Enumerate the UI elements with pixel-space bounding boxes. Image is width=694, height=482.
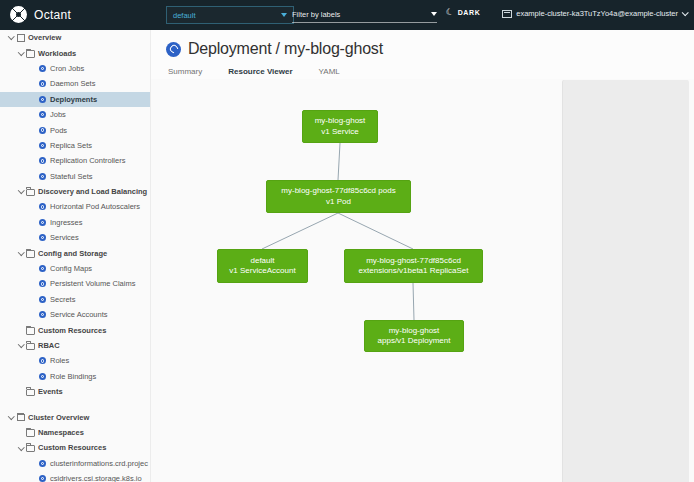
graph-node-service[interactable]: my-blog-ghostv1 Service — [302, 110, 378, 143]
resource-icon — [39, 296, 46, 303]
resource-icon — [38, 65, 47, 72]
layers-icon — [16, 34, 25, 42]
brand: Octant — [10, 6, 71, 23]
sidebar-item-label: Secrets — [50, 295, 75, 304]
sidebar-item-config-and-storage[interactable]: Config and Storage — [0, 245, 150, 260]
sidebar-item-label: Overview — [28, 33, 61, 42]
chevron-down-icon[interactable] — [16, 52, 26, 55]
sidebar-item-label: Cron Jobs — [50, 64, 84, 73]
sidebar-item-replica-sets[interactable]: Replica Sets — [0, 138, 150, 153]
sidebar-item-persistent-volume-claims[interactable]: Persistent Volume Claims — [0, 276, 150, 291]
sidebar-item-daemon-sets[interactable]: Daemon Sets — [0, 76, 150, 91]
sidebar-item-label: Custom Resources — [38, 443, 106, 452]
label-filter — [292, 6, 437, 23]
node-kind: v1 ServiceAccount — [229, 266, 295, 276]
chevron-down-icon[interactable] — [16, 447, 26, 450]
resource-icon — [38, 203, 47, 210]
resource-icon — [38, 157, 47, 164]
sidebar-item-label: csidrivers.csi.storage.k8s.io — [50, 474, 142, 482]
sidebar-item-label: Namespaces — [38, 428, 84, 437]
sidebar-item-workloads[interactable]: Workloads — [0, 45, 150, 60]
folder-icon — [26, 343, 35, 351]
chevron-down-icon[interactable] — [6, 36, 16, 39]
folder-icon — [26, 249, 35, 258]
sidebar-item-csidrivers-csi-storage-k8s-io[interactable]: csidrivers.csi.storage.k8s.io — [0, 471, 150, 482]
cluster-context-selector[interactable]: example-cluster-ka3TuTzYo4a@example-clus… — [502, 9, 687, 18]
sidebar-item-overview[interactable]: Overview — [0, 30, 150, 45]
folder-icon — [26, 189, 35, 197]
sidebar-item-services[interactable]: Services — [0, 230, 150, 245]
label-filter-input[interactable] — [292, 10, 427, 19]
dark-toggle-label: DARK — [458, 9, 481, 16]
sidebar-item-label: Roles — [50, 356, 69, 365]
sidebar-item-label: Pods — [50, 126, 67, 135]
sidebar-item-label: Jobs — [50, 110, 66, 119]
resource-icon — [39, 460, 46, 467]
page-title: Deployment / my-blog-ghost — [188, 40, 383, 58]
chevron-down-icon[interactable] — [16, 190, 26, 193]
resource-icon — [39, 311, 46, 318]
sidebar-item-horizontal-pod-autoscalers[interactable]: Horizontal Pod Autoscalers — [0, 199, 150, 214]
page-header: Deployment / my-blog-ghost — [151, 30, 694, 58]
sidebar-item-custom-resources[interactable]: Custom Resources — [0, 322, 150, 337]
resource-icon — [38, 311, 47, 318]
resource-icon — [38, 173, 47, 180]
sidebar-item-ingresses[interactable]: Ingresses — [0, 215, 150, 230]
resource-icon — [39, 475, 46, 482]
sidebar-item-stateful-sets[interactable]: Stateful Sets — [0, 169, 150, 184]
sidebar-item-label: Services — [50, 233, 79, 242]
cluster-icon — [502, 10, 512, 18]
sidebar-item-discovery-and-load-balancing[interactable]: Discovery and Load Balancing — [0, 184, 150, 199]
chevron-down-icon[interactable] — [16, 252, 26, 255]
sidebar-item-service-accounts[interactable]: Service Accounts — [0, 307, 150, 322]
sidebar-item-custom-resources[interactable]: Custom Resources — [0, 440, 150, 455]
resource-icon — [38, 96, 47, 103]
folder-icon — [26, 443, 35, 452]
graph-node-serviceaccount[interactable]: defaultv1 ServiceAccount — [217, 249, 308, 283]
folder-icon — [26, 326, 35, 335]
graph-edge — [338, 213, 413, 249]
resource-icon — [39, 357, 46, 364]
graph-edge — [262, 213, 338, 249]
sidebar-item-label: Horizontal Pod Autoscalers — [50, 202, 140, 211]
sidebar-item-deployments[interactable]: Deployments — [0, 92, 150, 107]
resource-icon — [38, 373, 47, 380]
resource-icon — [38, 127, 47, 134]
chevron-down-icon — [682, 9, 689, 16]
sidebar-item-namespaces[interactable]: Namespaces — [0, 425, 150, 440]
sidebar-item-cluster-overview[interactable]: Cluster Overview — [0, 409, 150, 424]
sidebar-item-events[interactable]: Events — [0, 384, 150, 399]
folder-icon — [26, 389, 35, 397]
sidebar-item-label: Stateful Sets — [50, 172, 93, 181]
dark-theme-toggle[interactable]: ☾ DARK — [446, 8, 480, 17]
sidebar-item-pods[interactable]: Pods — [0, 122, 150, 137]
node-name: my-blog-ghost-77df85c6cd — [366, 256, 461, 266]
graph-node-pod[interactable]: my-blog-ghost-77df85c6cd podsv1 Pod — [266, 180, 411, 213]
sidebar-item-clusterinformations-crd-projec[interactable]: clusterinformations.crd.projec — [0, 456, 150, 471]
graph-edge — [338, 143, 340, 180]
folder-icon — [26, 50, 35, 58]
graph-node-deployment[interactable]: my-blog-ghostapps/v1 Deployment — [364, 320, 464, 352]
folder-icon — [26, 341, 35, 350]
namespace-dropdown[interactable]: default — [166, 6, 294, 24]
sidebar-item-replication-controllers[interactable]: Replication Controllers — [0, 153, 150, 168]
sidebar-item-secrets[interactable]: Secrets — [0, 292, 150, 307]
sidebar-item-label: Replication Controllers — [50, 156, 125, 165]
chevron-down-icon[interactable] — [6, 416, 16, 419]
node-kind: v1 Service — [321, 127, 358, 137]
sidebar-item-role-bindings[interactable]: Role Bindings — [0, 369, 150, 384]
chevron-down-icon[interactable] — [431, 12, 437, 16]
resource-icon — [39, 280, 46, 287]
node-name: my-blog-ghost — [315, 116, 366, 126]
graph-node-replicaset[interactable]: my-blog-ghost-77df85c6cdextensions/v1bet… — [344, 249, 483, 283]
main-content: Deployment / my-blog-ghost SummaryResour… — [151, 30, 694, 482]
sidebar-item-roles[interactable]: Roles — [0, 353, 150, 368]
resource-icon — [39, 111, 46, 118]
sidebar-item-config-maps[interactable]: Config Maps — [0, 261, 150, 276]
resource-icon — [39, 203, 46, 210]
sidebar-item-jobs[interactable]: Jobs — [0, 107, 150, 122]
sidebar-item-cron-jobs[interactable]: Cron Jobs — [0, 61, 150, 76]
sidebar-item-label: Events — [38, 387, 63, 396]
chevron-down-icon[interactable] — [16, 344, 26, 347]
sidebar-item-rbac[interactable]: RBAC — [0, 338, 150, 353]
